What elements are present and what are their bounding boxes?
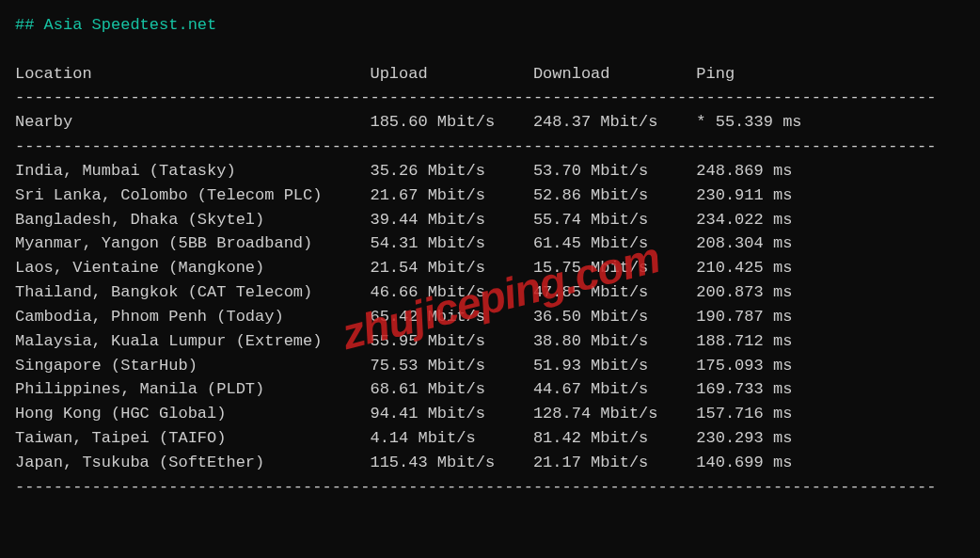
- speedtest-row: Laos, Vientaine (Mangkone) 21.54 Mbit/s …: [15, 256, 965, 280]
- divider-line: ----------------------------------------…: [15, 135, 965, 159]
- speedtest-row: Cambodia, Phnom Penh (Today) 65.42 Mbit/…: [15, 305, 965, 329]
- data-rows: India, Mumbai (Tatasky) 35.26 Mbit/s 53.…: [15, 159, 965, 475]
- nearby-row: Nearby 185.60 Mbit/s 248.37 Mbit/s * 55.…: [15, 110, 965, 135]
- speedtest-row: Thailand, Bangkok (CAT Telecom) 46.66 Mb…: [15, 280, 965, 305]
- speedtest-row: Hong Kong (HGC Global) 94.41 Mbit/s 128.…: [15, 402, 965, 426]
- speedtest-row: Myanmar, Yangon (5BB Broadband) 54.31 Mb…: [15, 231, 965, 256]
- speedtest-row: Bangladesh, Dhaka (Skytel) 39.44 Mbit/s …: [15, 208, 965, 232]
- divider-line: ----------------------------------------…: [15, 475, 965, 500]
- speedtest-row: Singapore (StarHub) 75.53 Mbit/s 51.93 M…: [15, 354, 965, 378]
- section-title: ## Asia Speedtest.net: [15, 13, 965, 38]
- header-row: Location Upload Download Ping: [15, 62, 965, 87]
- speedtest-row: India, Mumbai (Tatasky) 35.26 Mbit/s 53.…: [15, 159, 965, 183]
- speedtest-row: Malaysia, Kuala Lumpur (Extreme) 55.95 M…: [15, 329, 965, 354]
- speedtest-row: Philippines, Manila (PLDT) 68.61 Mbit/s …: [15, 377, 965, 402]
- speedtest-row: Taiwan, Taipei (TAIFO) 4.14 Mbit/s 81.42…: [15, 426, 965, 451]
- divider-line: ----------------------------------------…: [15, 86, 965, 110]
- speedtest-row: Japan, Tsukuba (SoftEther) 115.43 Mbit/s…: [15, 451, 965, 475]
- speedtest-row: Sri Lanka, Colombo (Telecom PLC) 21.67 M…: [15, 183, 965, 208]
